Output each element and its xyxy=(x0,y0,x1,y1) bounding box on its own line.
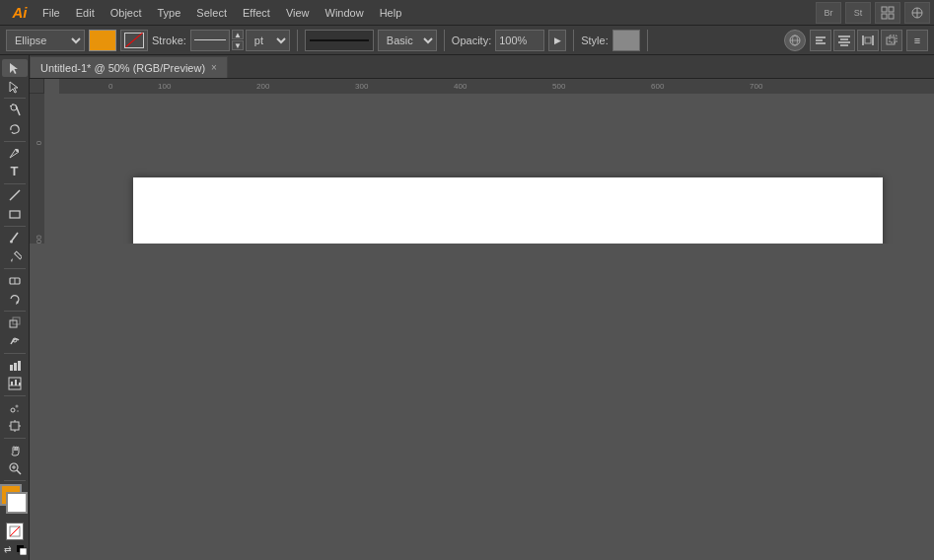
scale-tool[interactable] xyxy=(2,315,28,332)
background-color[interactable] xyxy=(6,492,28,514)
svg-rect-12 xyxy=(816,42,826,44)
ruler-area: 0 100 200 300 400 500 600 700 xyxy=(30,79,934,94)
stroke-line-inner xyxy=(310,39,369,41)
none-icon[interactable] xyxy=(6,523,24,540)
svg-marker-23 xyxy=(10,82,18,93)
paintbrush-tool[interactable] xyxy=(2,229,28,246)
direct-selection-icon xyxy=(8,80,22,94)
menu-items: File Edit Object Type Select Effect View… xyxy=(36,5,408,21)
magic-wand-tool[interactable] xyxy=(2,102,28,119)
tab-close-button[interactable]: × xyxy=(211,62,217,73)
svg-rect-33 xyxy=(14,251,21,259)
shape-type-select[interactable]: Ellipse xyxy=(6,30,85,51)
hand-icon xyxy=(8,444,22,457)
pen-tool[interactable] xyxy=(2,144,28,162)
bridge-button[interactable]: Br xyxy=(816,2,841,24)
column-tool[interactable] xyxy=(2,357,28,375)
warp-icon xyxy=(8,334,22,348)
globe-icon-button[interactable] xyxy=(784,30,806,51)
fill-color-box[interactable] xyxy=(89,30,116,51)
tool-divider-6 xyxy=(4,311,26,312)
graph-tool[interactable] xyxy=(2,375,28,392)
opacity-arrow[interactable]: ▶ xyxy=(548,30,566,51)
stroke-stepper[interactable]: ▲ ▼ xyxy=(232,30,244,50)
distribute-button[interactable] xyxy=(857,30,879,51)
paintbrush-icon xyxy=(8,231,22,245)
menu-right-icons: Br St xyxy=(816,2,930,24)
menu-window[interactable]: Window xyxy=(319,5,371,21)
artboard-area[interactable] xyxy=(44,94,934,244)
style-box[interactable] xyxy=(612,30,640,51)
menu-select[interactable]: Select xyxy=(189,5,234,21)
menu-view[interactable]: View xyxy=(279,5,317,21)
eraser-tool[interactable] xyxy=(2,271,28,289)
default-colors-icon xyxy=(16,544,27,555)
svg-rect-64 xyxy=(20,548,27,555)
none-stroke-icon xyxy=(9,525,21,537)
zoom-tool[interactable] xyxy=(2,460,28,478)
transform-button[interactable] xyxy=(881,30,902,51)
svg-rect-41 xyxy=(10,365,13,371)
pencil-tool[interactable] xyxy=(2,247,28,265)
ruler-horizontal: 0 100 200 300 400 500 600 700 xyxy=(59,79,934,94)
svg-rect-3 xyxy=(889,14,894,19)
svg-line-62 xyxy=(10,526,20,536)
svg-rect-65 xyxy=(59,79,934,94)
stroke-unit-select[interactable]: pt xyxy=(246,30,290,51)
ruler-h-ticks: 0 100 200 300 400 500 600 700 xyxy=(59,79,934,94)
hand-tool[interactable] xyxy=(2,442,28,459)
svg-line-27 xyxy=(10,105,11,106)
graph-icon xyxy=(8,377,22,390)
default-colors-button[interactable] xyxy=(15,543,28,556)
options-bar: Ellipse Stroke: ▲ ▼ pt Basic Opacity: xyxy=(0,26,934,55)
stroke-icon[interactable] xyxy=(120,30,148,51)
separator-1 xyxy=(297,30,298,51)
tool-divider-7 xyxy=(4,353,26,354)
rotate-tool[interactable] xyxy=(2,290,28,308)
swap-colors-button[interactable]: ⇄ xyxy=(1,543,14,556)
opacity-input[interactable] xyxy=(495,30,544,51)
ruler-v-ticks: 0 100 200 300 400 xyxy=(30,94,44,244)
menu-object[interactable]: Object xyxy=(104,5,149,21)
svg-rect-30 xyxy=(10,211,20,218)
svg-text:400: 400 xyxy=(454,82,467,91)
symbol-tool[interactable] xyxy=(2,399,28,417)
align-center-button[interactable] xyxy=(833,30,855,51)
menu-file[interactable]: File xyxy=(36,5,67,21)
svg-rect-11 xyxy=(816,39,823,41)
column-icon xyxy=(8,359,22,373)
more-options-button[interactable]: ≡ xyxy=(906,30,928,51)
stroke-line-style[interactable] xyxy=(305,30,374,51)
svg-point-49 xyxy=(11,408,15,412)
svg-point-28 xyxy=(16,149,19,152)
type-tool[interactable]: T xyxy=(2,163,28,180)
canvas-area[interactable]: Untitled-1* @ 50% (RGB/Preview) × 0 100 … xyxy=(30,55,934,560)
line-tool[interactable] xyxy=(2,186,28,204)
direct-selection-tool[interactable] xyxy=(2,78,28,96)
menu-type[interactable]: Type xyxy=(151,5,188,21)
document-tab[interactable]: Untitled-1* @ 50% (RGB/Preview) × xyxy=(30,56,228,78)
stroke-label: Stroke: xyxy=(152,35,186,46)
eraser-icon xyxy=(8,273,22,287)
warp-tool[interactable] xyxy=(2,332,28,350)
stock-button[interactable]: St xyxy=(845,2,871,24)
tool-divider-8 xyxy=(4,395,26,396)
align-left-button[interactable] xyxy=(810,30,831,51)
stroke-profile-select[interactable]: Basic xyxy=(378,30,437,51)
lasso-tool[interactable] xyxy=(2,120,28,138)
transform-icon xyxy=(885,34,898,47)
menu-edit[interactable]: Edit xyxy=(69,5,102,21)
selection-tool[interactable] xyxy=(2,59,28,77)
arrange-button[interactable] xyxy=(904,2,930,24)
menu-help[interactable]: Help xyxy=(373,5,409,21)
align-left-icon xyxy=(814,34,827,47)
menu-effect[interactable]: Effect xyxy=(236,5,277,21)
ruler-vertical: 0 100 200 300 400 xyxy=(30,94,44,244)
grid-icon-button[interactable] xyxy=(875,2,900,24)
color-mode-icons xyxy=(6,523,24,540)
rectangle-tool[interactable] xyxy=(2,205,28,223)
svg-text:100: 100 xyxy=(158,82,172,91)
artboard-tool[interactable] xyxy=(2,417,28,435)
svg-text:0: 0 xyxy=(35,140,43,145)
svg-rect-0 xyxy=(882,7,887,12)
